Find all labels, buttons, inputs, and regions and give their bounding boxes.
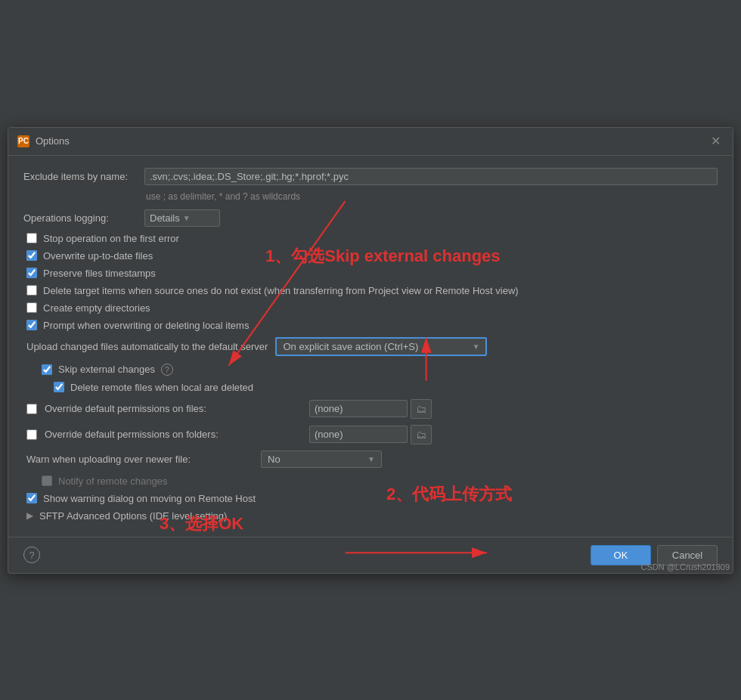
permissions-files-folder-button[interactable]: 🗂	[411, 399, 432, 419]
exclude-items-label: Exclude items by name:	[23, 171, 137, 182]
delete-target-row: Delete target items when source ones do …	[23, 285, 718, 296]
permissions-files-label[interactable]: Override default permissions on files:	[45, 403, 302, 414]
overwrite-label[interactable]: Overwrite up-to-date files	[43, 250, 153, 262]
upload-mode-value: On explicit save action (Ctrl+S)	[283, 341, 467, 352]
permissions-files-input[interactable]	[309, 400, 408, 417]
help-button[interactable]: ?	[23, 547, 40, 563]
upload-mode-select[interactable]: On explicit save action (Ctrl+S) ▼	[275, 337, 487, 356]
dialog-title: Options	[36, 135, 70, 147]
stop-operation-label[interactable]: Stop operation on the first error	[43, 233, 179, 244]
permissions-folders-folder-button[interactable]: 🗂	[411, 425, 432, 444]
notify-remote-label: Notify of remote changes	[58, 475, 168, 487]
skip-external-row: Skip external changes ?	[23, 364, 718, 376]
options-dialog: PC Options ✕ Exclude items by name: use …	[8, 127, 733, 574]
operations-logging-select[interactable]: Details ▼	[144, 209, 220, 227]
exclude-items-row: Exclude items by name:	[23, 168, 718, 185]
delete-remote-label[interactable]: Delete remote files when local are delet…	[70, 382, 253, 393]
permissions-folders-checkbox[interactable]	[26, 429, 37, 440]
delete-remote-checkbox[interactable]	[54, 382, 64, 392]
dialog-footer: ? OK Cancel	[8, 537, 733, 573]
delete-remote-row: Delete remote files when local are delet…	[23, 382, 718, 393]
preserve-timestamps-checkbox[interactable]	[26, 268, 37, 278]
show-warning-checkbox[interactable]	[26, 493, 37, 503]
prompt-overwriting-row: Prompt when overwriting or deleting loca…	[23, 320, 718, 331]
prompt-overwriting-label[interactable]: Prompt when overwriting or deleting loca…	[43, 320, 249, 331]
permissions-files-input-wrapper: 🗂	[309, 399, 432, 419]
create-empty-dirs-label[interactable]: Create empty directories	[43, 302, 150, 314]
sftp-advanced-row: ▶ SFTP Advanced Options (IDE level setti…	[23, 510, 718, 522]
warn-uploading-chevron: ▼	[367, 455, 375, 463]
overwrite-checkbox[interactable]	[26, 250, 37, 261]
title-bar: PC Options ✕	[8, 128, 733, 156]
warn-uploading-label: Warn when uploading over newer file:	[26, 454, 253, 465]
notify-remote-row: Notify of remote changes	[23, 475, 718, 487]
preserve-timestamps-label[interactable]: Preserve files timestamps	[43, 268, 156, 279]
permissions-files-checkbox[interactable]	[26, 404, 37, 414]
skip-external-checkbox[interactable]	[42, 364, 52, 375]
sftp-advanced-label[interactable]: SFTP Advanced Options (IDE level setting…	[39, 510, 227, 522]
overwrite-row: Overwrite up-to-date files	[23, 250, 718, 262]
stop-operation-checkbox[interactable]	[26, 233, 37, 243]
sftp-triangle-icon: ▶	[26, 510, 33, 521]
skip-external-help-icon[interactable]: ?	[161, 364, 173, 376]
permissions-folders-input[interactable]	[309, 426, 408, 443]
footer-left: ?	[23, 547, 40, 563]
permissions-folders-input-wrapper: 🗂	[309, 425, 432, 444]
preserve-timestamps-row: Preserve files timestamps	[23, 268, 718, 279]
dialog-content: Exclude items by name: use ; as delimite…	[8, 156, 733, 537]
operations-logging-chevron: ▼	[183, 214, 191, 222]
prompt-overwriting-checkbox[interactable]	[26, 320, 37, 330]
operations-logging-label: Operations logging:	[23, 212, 137, 224]
create-empty-dirs-checkbox[interactable]	[26, 302, 37, 313]
permissions-folders-row: Override default permissions on folders:…	[23, 425, 718, 444]
operations-logging-value: Details	[150, 212, 180, 224]
upload-mode-chevron: ▼	[473, 342, 480, 351]
create-empty-dirs-row: Create empty directories	[23, 302, 718, 314]
stop-operation-row: Stop operation on the first error	[23, 233, 718, 244]
delete-target-checkbox[interactable]	[26, 285, 37, 296]
operations-logging-row: Operations logging: Details ▼	[23, 209, 718, 227]
show-warning-row: Show warning dialog on moving on Remote …	[23, 493, 718, 504]
warn-uploading-row: Warn when uploading over newer file: No …	[23, 451, 718, 468]
permissions-files-row: Override default permissions on files: 🗂	[23, 399, 718, 419]
watermark: CSDN @LCrush201809	[640, 562, 730, 571]
delete-target-label[interactable]: Delete target items when source ones do …	[43, 285, 519, 296]
warn-uploading-value: No	[268, 454, 363, 465]
exclude-hint: use ; as delimiter, * and ? as wildcards	[146, 191, 718, 202]
upload-changed-files-row: Upload changed files automatically to th…	[23, 337, 718, 356]
notify-remote-checkbox	[42, 475, 52, 486]
warn-uploading-select[interactable]: No ▼	[261, 451, 382, 468]
show-warning-label[interactable]: Show warning dialog on moving on Remote …	[43, 493, 256, 504]
skip-external-label[interactable]: Skip external changes	[58, 364, 155, 375]
permissions-folders-label[interactable]: Override default permissions on folders:	[45, 429, 302, 440]
upload-changed-files-label: Upload changed files automatically to th…	[26, 341, 268, 352]
exclude-items-input[interactable]	[144, 168, 718, 185]
app-icon: PC	[17, 135, 29, 147]
close-button[interactable]: ✕	[708, 134, 724, 149]
